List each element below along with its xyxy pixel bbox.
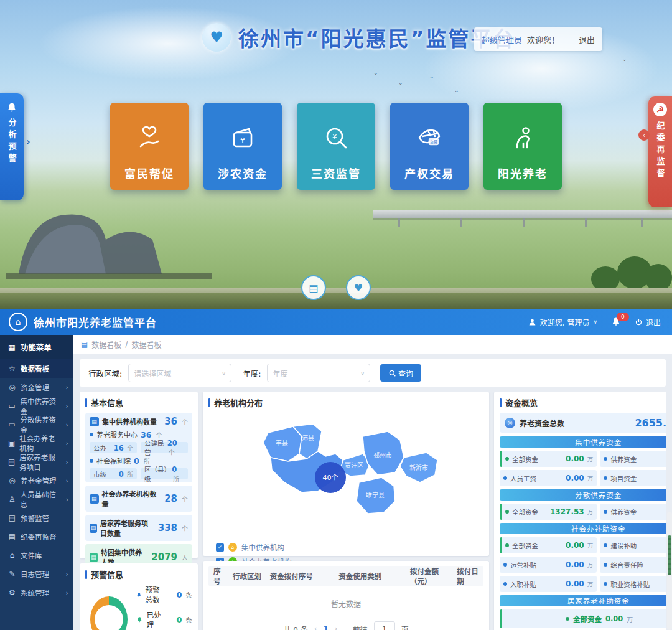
document-icon: ▤ [81, 340, 88, 349]
analysis-warning-tab[interactable]: 分析预警 [0, 93, 24, 200]
chevron-right-icon[interactable]: › [26, 136, 30, 148]
sidebar-item[interactable]: ⌂ 文件库 [0, 546, 73, 565]
fund-stat: 全部资金 0.00 万 [500, 451, 597, 467]
logout-button[interactable]: 退出 [635, 317, 661, 327]
tile-yangguang-yanglao[interactable]: 阳光养老 [483, 103, 562, 190]
tile-chanquan-jiaoyi[interactable]: 交易 产权交易 [390, 103, 469, 190]
fund-stat: 建设补助 0.00 万 [600, 537, 666, 553]
fund-unit: 万 [587, 454, 594, 463]
fund-label: 全部资金 [512, 507, 538, 517]
current-page[interactable]: 1 [323, 624, 328, 630]
menu-item-icon: ◎ [8, 383, 16, 392]
sidebar-item[interactable]: ▤ 居家养老服务项目 › [0, 453, 73, 471]
sidebar-item[interactable]: ⚙ 系统管理 › [0, 583, 73, 602]
map-legend-item[interactable]: ✓ ⌂ 集中供养机构 [216, 542, 483, 552]
fund-stat: 供养资金 0.00 万 [600, 504, 666, 520]
stat-block-shehui: ▤ 社会办养老机构数量 28 个 [85, 486, 192, 512]
scrollbar-thumb[interactable] [668, 535, 671, 575]
fund-label: 建设补助 [610, 541, 637, 550]
goto-page-input[interactable] [374, 621, 395, 630]
menu-item-label: 人员基础信息 [20, 489, 61, 509]
year-select[interactable]: 年度 ∨ [267, 364, 370, 382]
tile-label: 阳光养老 [498, 165, 548, 181]
fund-grid: 全部资金 1327.53 万 供养资金 0.00 万 [500, 504, 666, 520]
breadcrumb-separator: / [125, 340, 128, 349]
total-label: 养老资金总数 [520, 418, 564, 428]
sidebar-item[interactable]: ☆ 数据看板 [0, 359, 73, 378]
chip-unit: 个 [127, 445, 133, 452]
sidebar-item[interactable]: ▭ 分散供养资金 › [0, 415, 73, 434]
basic-info-panel: 基本信息 ▤ 集中供养机构数量 36 个 养老服务中心 36 个 [80, 392, 198, 558]
welcome-admin: 欢迎您, 管理员 [540, 317, 590, 327]
menu-item-label: 文件库 [21, 550, 42, 560]
prev-page-button[interactable]: ‹ [314, 624, 317, 630]
bullet-icon [90, 433, 93, 436]
logout-button[interactable]: 退出 [579, 34, 595, 45]
chevron-down-icon: ∨ [222, 370, 226, 377]
bullet-icon [604, 476, 607, 480]
menu-item-label: 社会办养老机构 [19, 433, 61, 453]
sidebar-item[interactable]: ▭ 集中供养资金 › [0, 397, 73, 415]
jiwei-supervision-tab[interactable]: ☭ 纪委再监督 [648, 96, 672, 207]
stat-unit: 个 [182, 417, 188, 426]
fund-stat: 综合责任险 0.00 万 [600, 557, 666, 573]
region-select[interactable]: 请选择区域 ∨ [128, 364, 231, 382]
user-role: 超级管理员 [482, 34, 522, 45]
bullet-icon [604, 457, 607, 461]
year-placeholder: 年度 [273, 368, 287, 378]
section-header-jizhong: 集中供养资金 [500, 436, 666, 448]
svg-text:¥: ¥ [332, 132, 337, 141]
bullet-icon [566, 617, 569, 621]
table-header-cell: 序号 [208, 566, 228, 586]
sidebar: ▦ 功能菜单 ☆ 数据看板 ◎ 资金管理 › ▭ 集中供养资金 › ▭ [0, 335, 73, 630]
sidebar-item[interactable]: ◎ 资金管理 › [0, 378, 73, 397]
heart-care-button[interactable]: ♥ [346, 275, 371, 300]
sidebar-item[interactable]: ▤ 纪委再监督 [0, 527, 73, 546]
sidebar-item[interactable]: ▤ 预警监管 [0, 509, 73, 527]
total-funds-row: ◎ 养老资金总数 2655.06 万 [500, 413, 666, 433]
search-icon [389, 370, 396, 377]
year-filter-label: 年度: [243, 367, 261, 379]
chip-row: 市级 0 所 区（县）级 0 所 [90, 468, 188, 479]
stat-label: 社会办养老机构数量 [102, 489, 162, 509]
fund-label: 综合责任险 [610, 560, 643, 570]
tab-label: 分析预警 [6, 118, 18, 166]
tile-fumin-bangcu[interactable]: 富民帮促 [110, 103, 189, 190]
sidebar-item[interactable]: ♙ 人员基础信息 › [0, 490, 73, 509]
bird: ⌄ [454, 87, 459, 93]
section-header-jujia: 居家养老补助资金 [500, 595, 666, 606]
checkbox-checked-icon[interactable]: ✓ [216, 543, 224, 552]
chip-label: 公办 [93, 443, 106, 453]
bullet-icon [505, 510, 509, 514]
search-button[interactable]: 查询 [380, 364, 421, 382]
tile-sanzi-jianguan[interactable]: ¥ 三资监管 [297, 103, 375, 190]
fund-stat: 全部资金 0.00 万 [500, 537, 597, 553]
next-page-button[interactable]: › [335, 624, 338, 630]
chevron-left-icon[interactable]: ‹ [638, 129, 650, 141]
tile-shenong-zijin[interactable]: ¥ 涉农资金 [203, 103, 282, 190]
tile-label: 涉农资金 [218, 165, 268, 181]
notification-bell[interactable]: 0 [611, 317, 621, 327]
fund-unit: 万 [587, 560, 594, 569]
menu-item-icon: ▭ [8, 402, 16, 410]
tile-label: 产权交易 [404, 165, 454, 181]
sidebar-item[interactable]: ▣ 社会办养老机构 › [0, 434, 73, 453]
id-card-button[interactable]: ▤ [301, 275, 326, 300]
funds-overview-panel: 资金概览 ◎ 养老资金总数 2655.06 万 集中供养资金 全部资金 0.00… [494, 392, 666, 630]
fund-label: 全部资金 [512, 454, 538, 464]
sidebar-item[interactable]: ✎ 日志管理 › [0, 565, 73, 583]
scrollbar-track[interactable] [667, 512, 672, 630]
menu-item-icon: ▤ [8, 532, 16, 541]
sidebar-item[interactable]: ◎ 养老金管理 › [0, 471, 73, 490]
menu-item-label: 预警监管 [21, 513, 49, 523]
user-icon [528, 318, 536, 326]
user-menu[interactable]: 欢迎您, 管理员 ∨ [528, 317, 597, 327]
total-count: 共 0 条 [283, 624, 307, 630]
bullet-icon [505, 457, 509, 461]
sub-label: 社会福利院 [96, 456, 131, 466]
breadcrumb-first[interactable]: 数据看板 [91, 339, 121, 350]
fund-unit: 万 [627, 614, 633, 624]
fund-unit: 万 [587, 541, 594, 550]
bell-badge: 0 [617, 313, 629, 321]
chip-label: 市级 [93, 469, 106, 479]
